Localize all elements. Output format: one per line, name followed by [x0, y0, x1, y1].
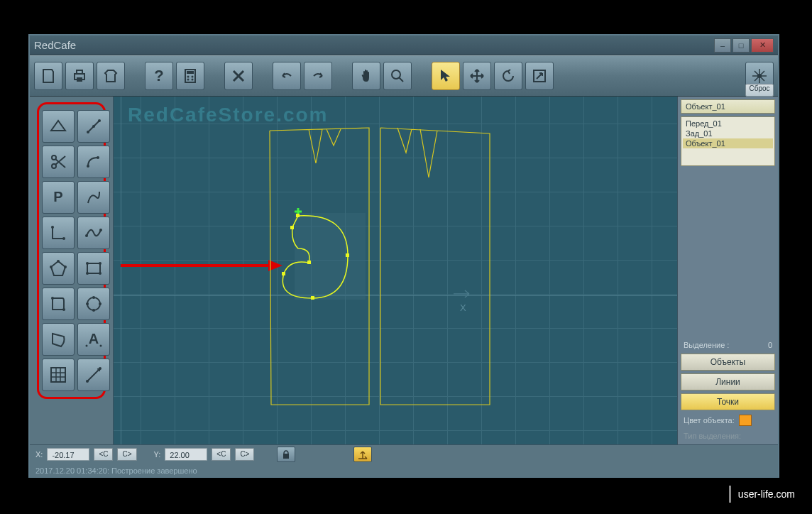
spline-tool[interactable]	[77, 217, 110, 249]
y-gt-button[interactable]: C>	[235, 448, 254, 461]
shape-tool[interactable]	[42, 288, 75, 320]
polygon-tool[interactable]	[42, 252, 75, 285]
y-lt-button[interactable]: <C	[212, 448, 231, 461]
svg-rect-28	[87, 263, 100, 273]
triangle-tool[interactable]	[42, 110, 75, 143]
calculator-button[interactable]	[176, 62, 204, 90]
line-segment-tool[interactable]	[77, 110, 110, 143]
undo-button[interactable]	[273, 62, 301, 90]
svg-point-31	[86, 272, 89, 275]
svg-point-19	[97, 156, 99, 159]
x-lt-button[interactable]: <C	[94, 448, 113, 461]
maximize-button[interactable]: □	[733, 38, 750, 53]
x-coord: -20.17	[47, 448, 89, 461]
minimize-button[interactable]: –	[714, 38, 731, 53]
circle-tool[interactable]	[77, 288, 110, 320]
select-button[interactable]	[432, 62, 460, 90]
curve-tool[interactable]	[77, 181, 110, 214]
scale-button[interactable]	[525, 62, 554, 90]
svg-rect-2	[77, 77, 82, 82]
svg-point-24	[99, 229, 102, 231]
x-gt-button[interactable]: C>	[117, 448, 136, 461]
svg-point-30	[99, 262, 102, 265]
redo-button[interactable]	[304, 62, 332, 90]
svg-point-35	[87, 297, 100, 310]
axis-arrow-x	[454, 287, 475, 301]
left-tool-panel: P A	[30, 97, 114, 444]
main-toolbar: ?	[30, 55, 778, 97]
text-tool[interactable]: A	[77, 323, 110, 356]
color-row: Цвет объекта:	[681, 413, 775, 427]
right-panel: Объект_01 Перед_01 Зад_01 Объект_01 Выде…	[677, 97, 778, 444]
color-swatch[interactable]	[739, 415, 752, 426]
svg-point-26	[64, 266, 67, 268]
arc-tool[interactable]	[77, 146, 110, 178]
delete-button[interactable]	[224, 62, 253, 90]
canvas[interactable]: X RedCafeStore.com	[114, 97, 677, 444]
svg-point-13	[87, 131, 89, 133]
rotate-button[interactable]	[494, 62, 522, 90]
svg-rect-53	[307, 261, 311, 264]
svg-point-25	[57, 260, 60, 263]
svg-rect-51	[311, 296, 314, 300]
new-file-button[interactable]	[34, 62, 62, 90]
object-list[interactable]: Перед_01 Зад_01 Объект_01	[681, 116, 775, 166]
svg-point-22	[62, 237, 65, 240]
y-coord: 22.00	[165, 448, 207, 461]
svg-point-7	[192, 76, 194, 78]
svg-point-41	[86, 345, 88, 347]
zoom-button[interactable]	[383, 62, 412, 90]
reset-button[interactable]: Сброс	[745, 84, 774, 97]
svg-point-29	[86, 262, 89, 265]
help-button[interactable]: ?	[145, 62, 173, 90]
status-bar: X: -20.17 <C C> Y: 22.00 <C C> 2017.12.2…	[30, 444, 778, 477]
svg-point-21	[51, 226, 54, 229]
pan-button[interactable]	[352, 62, 380, 90]
svg-rect-52	[282, 272, 285, 275]
app-title: RedCafe	[34, 39, 713, 51]
corner-tool[interactable]	[42, 217, 75, 249]
print-button[interactable]	[65, 62, 94, 90]
svg-rect-43	[51, 368, 65, 382]
svg-point-34	[62, 308, 65, 311]
svg-rect-48	[295, 213, 366, 300]
svg-point-42	[100, 345, 102, 347]
app-window: RedCafe – □ ✕ ? Сброс	[28, 34, 779, 478]
origin-button[interactable]	[353, 447, 372, 462]
svg-rect-49	[296, 214, 300, 217]
move-button[interactable]	[463, 62, 491, 90]
svg-rect-1	[77, 70, 82, 74]
svg-point-38	[86, 302, 89, 305]
grid-tool[interactable]	[42, 359, 75, 391]
list-item[interactable]: Зад_01	[683, 128, 773, 138]
pattern-drawing	[256, 121, 504, 412]
lines-button[interactable]: Линии	[681, 373, 775, 390]
lock-button[interactable]	[277, 447, 295, 462]
svg-point-6	[187, 76, 190, 78]
point-tool[interactable]: P	[42, 181, 75, 214]
sector-tool[interactable]	[42, 323, 75, 356]
garment-button[interactable]	[97, 62, 125, 90]
main-area: P A X RedCafeStore.com	[30, 97, 778, 444]
close-button[interactable]: ✕	[751, 38, 774, 53]
rectangle-tool[interactable]	[77, 252, 110, 285]
x-label: X:	[35, 450, 43, 459]
svg-point-32	[99, 272, 102, 275]
y-label: Y:	[154, 450, 161, 459]
selection-type-label: Тип выделения:	[681, 430, 775, 442]
svg-rect-54	[290, 226, 294, 229]
svg-point-33	[51, 297, 54, 300]
svg-point-39	[99, 302, 102, 305]
points-button[interactable]: Точки	[681, 393, 775, 410]
scissors-tool[interactable]	[42, 146, 75, 178]
svg-rect-5	[187, 71, 194, 74]
site-watermark: user-life.com	[729, 486, 802, 503]
objects-button[interactable]: Объекты	[681, 354, 775, 371]
svg-point-23	[85, 234, 88, 237]
list-item[interactable]: Объект_01	[683, 138, 773, 148]
diagonal-tool[interactable]	[77, 359, 110, 391]
svg-point-15	[92, 125, 95, 128]
color-label: Цвет объекта:	[684, 416, 735, 425]
svg-point-44	[86, 380, 89, 383]
list-item[interactable]: Перед_01	[683, 119, 773, 128]
